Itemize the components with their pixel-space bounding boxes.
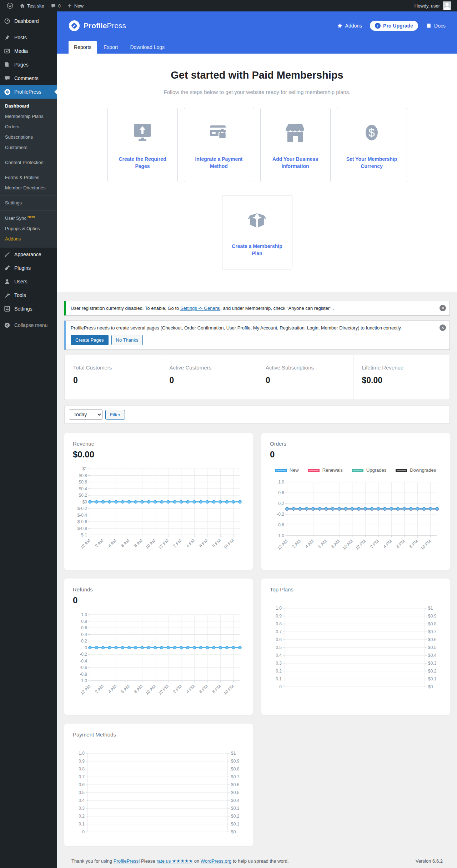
submenu-settings[interactable]: Settings [0,198,57,208]
svg-text:$0.2: $0.2 [79,493,87,498]
new-menu[interactable]: New [64,0,87,11]
stat-value: $0.00 [362,376,441,385]
submenu-orders[interactable]: Orders [0,121,57,132]
version-text: Version 6.6.2 [416,858,443,864]
wp-logo-icon[interactable]: W [4,0,16,11]
sidebar-item-tools[interactable]: Tools [0,288,57,302]
filter-button[interactable]: Filter [105,410,125,420]
svg-text:6 PM: 6 PM [198,684,209,694]
sidebar-item-pages[interactable]: Pages [0,58,57,71]
card-payment-method[interactable]: Integrate a Payment Method [184,108,254,182]
card-membership-plan[interactable]: Create a Membership Plan [222,195,292,269]
svg-text:$0: $0 [428,684,433,689]
menu-separator [0,316,57,318]
pro-upgrade-button[interactable]: i Pro Upgrade [370,21,418,31]
submenu-customers[interactable]: Customers [0,142,57,153]
rate-us-link[interactable]: rate us ★★★★★ [156,858,193,864]
svg-text:$: $ [368,126,375,139]
stat-total-customers: Total Customers 0 [65,355,161,400]
notice-text: User registration currently disabled. To… [71,306,180,311]
svg-text:0: 0 [279,684,282,689]
close-icon[interactable]: ✕ [440,305,446,311]
profilepress-link[interactable]: ProfilePress [114,858,139,864]
sidebar-item-profilepress[interactable]: ProfilePress [0,85,57,99]
card-currency[interactable]: $ Set Your Membership Currency [337,108,407,182]
svg-text:$0.5: $0.5 [231,790,240,795]
stat-lifetime-revenue: Lifetime Revenue $0.00 [353,355,450,400]
svg-text:0.9: 0.9 [79,759,85,764]
sidebar-collapse-menu[interactable]: Collapse menu [0,318,57,332]
svg-text:$0: $0 [82,500,87,505]
close-icon[interactable]: ✕ [440,324,446,331]
wordpress-org-link[interactable]: WordPress.org [201,858,231,864]
sidebar-item-users[interactable]: Users [0,275,57,288]
svg-text:6 PM: 6 PM [395,539,406,549]
svg-text:10 PM: 10 PM [222,684,235,696]
svg-text:0.8: 0.8 [81,619,87,624]
submenu-forms-profiles[interactable]: Forms & Profiles [0,172,57,183]
svg-text:12 AM: 12 AM [79,538,91,550]
registration-notice: User registration currently disabled. To… [64,301,450,316]
svg-text:6 AM: 6 AM [120,538,130,548]
submenu-user-sync[interactable]: User SyncNEW [0,213,57,223]
date-range-select[interactable]: Today [69,410,102,420]
submenu-dashboard[interactable]: Dashboard [0,101,57,111]
svg-text:0.2: 0.2 [276,669,282,674]
sidebar-item-dashboard[interactable]: Dashboard [0,14,57,28]
submenu-member-directories[interactable]: Member Directories [0,183,57,193]
tab-reports[interactable]: Reports [69,41,97,54]
sidebar-item-appearance[interactable]: Appearance [0,248,57,261]
svg-text:8 AM: 8 AM [133,684,144,694]
svg-text:12 PM: 12 PM [157,538,170,550]
sidebar-item-posts[interactable]: Posts [0,31,57,44]
site-menu[interactable]: Test site [16,0,47,11]
create-pages-button[interactable]: Create Pages [71,335,109,345]
sidebar-item-label: Pages [14,62,29,68]
svg-text:10 AM: 10 AM [342,539,354,551]
sidebar-item-plugins[interactable]: Plugins [0,261,57,275]
submenu-divider [0,195,57,195]
admin-footer: Thank you for using ProfilePress! Please… [64,849,450,868]
sidebar-item-media[interactable]: Media [0,44,57,58]
svg-text:$0.7: $0.7 [428,629,437,634]
submenu-membership-plans[interactable]: Membership Plans [0,111,57,121]
sidebar-item-comments[interactable]: Comments [0,71,57,85]
open-box-icon [245,207,270,234]
submenu-subscriptions[interactable]: Subscriptions [0,132,57,142]
submenu-addons[interactable]: Addons [0,234,57,244]
svg-text:1.0: 1.0 [81,612,87,617]
svg-text:2 AM: 2 AM [291,539,301,549]
revenue-card: Revenue $0.00 $1$0.8$0.6$0.4$0.2$0$-0.2$… [64,433,253,570]
submenu-content-protection[interactable]: Content Protection [0,157,57,168]
card-label: Create a Membership Plan [227,243,287,257]
docs-link[interactable]: Docs [426,23,446,29]
svg-text:0.3: 0.3 [79,806,85,811]
settings-general-link[interactable]: Settings -> General [180,306,220,311]
plus-icon [67,3,72,8]
submenu-popups-optins[interactable]: Popups & Optins [0,223,57,234]
stat-label: Active Customers [170,364,248,371]
stat-label: Active Subscriptions [266,364,345,371]
tab-download-logs[interactable]: Download Logs [125,41,170,54]
payment-methods-chart: 1.0$10.9$0.90.8$0.80.7$0.70.6$0.60.5$0.5… [73,750,244,837]
svg-text:12 PM: 12 PM [355,539,367,551]
svg-text:W: W [9,4,12,8]
submenu-divider [0,155,57,155]
monitor-upload-icon [130,120,155,147]
account-menu[interactable]: Howdy, user [412,1,453,10]
tab-export[interactable]: Export [98,41,123,54]
svg-text:0.7: 0.7 [79,774,85,779]
svg-text:0.6: 0.6 [278,490,284,495]
card-business-info[interactable]: Add Your Business Information [260,108,331,182]
card-label: Integrate a Payment Method [189,156,249,170]
users-icon [4,278,11,285]
avatar [443,1,451,10]
card-create-pages[interactable]: Create the Required Pages [107,108,178,182]
no-thanks-button[interactable]: No Thanks [111,335,143,345]
addons-link[interactable]: Addons [337,23,362,29]
sidebar-item-settings[interactable]: Settings [0,302,57,316]
svg-text:4 PM: 4 PM [185,684,196,694]
svg-text:0.4: 0.4 [79,798,85,803]
svg-text:0.5: 0.5 [276,645,282,650]
comments-menu[interactable]: 0 [47,0,64,11]
